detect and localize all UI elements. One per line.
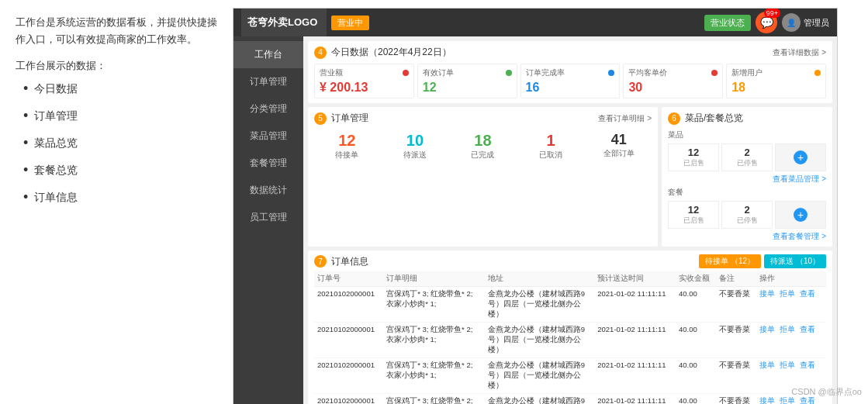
action-accept[interactable]: 接单 bbox=[759, 396, 775, 404]
cell-note: 不要香菜 bbox=[716, 394, 756, 405]
set-active-num: 12 bbox=[672, 204, 715, 216]
sidebar-item-workbench[interactable]: 工作台 bbox=[233, 41, 303, 68]
order-info-title: 订单信息 bbox=[331, 255, 368, 268]
col-time: 预计送达时间 bbox=[594, 271, 676, 287]
today-header: 4 今日数据（2022年4月22日） 查看详细数据 > bbox=[314, 46, 826, 59]
stat-waiting: 12 待接单 bbox=[314, 129, 380, 164]
order-info-title-area: 7 订单信息 bbox=[314, 255, 368, 268]
sidebar-item-categories[interactable]: 分类管理 bbox=[233, 95, 303, 123]
stat-num: 1 bbox=[520, 133, 583, 148]
action-accept[interactable]: 接单 bbox=[759, 361, 775, 369]
metric-wancheng: 订单完成率 16 bbox=[520, 64, 621, 98]
list-item: 订单管理 bbox=[23, 108, 217, 124]
metric-label: 平均客单价 bbox=[628, 67, 667, 78]
order-tabs: 待接单 （12） 待派送 （10） bbox=[699, 254, 826, 268]
metric-xinyong: 新增用户 18 bbox=[726, 64, 826, 98]
action-reject[interactable]: 拒单 bbox=[780, 289, 795, 298]
cell-time: 2021-01-02 11:11:11 bbox=[594, 394, 676, 405]
stat-label: 已取消 bbox=[520, 150, 583, 161]
tab-pending[interactable]: 待接单 （12） bbox=[699, 254, 761, 268]
cell-detail: 宫保鸡丁* 3; 红烧带鱼* 2; 衣家小炒肉* 1; bbox=[383, 323, 485, 358]
table-row: 20210102000001 宫保鸡丁* 3; 红烧带鱼* 2; 衣家小炒肉* … bbox=[314, 358, 826, 394]
stat-num: 41 bbox=[587, 133, 650, 147]
tab-pending-label: 待接单 bbox=[705, 257, 728, 265]
metric-label-row: 营业额 bbox=[320, 67, 409, 78]
sidebar-item-stats[interactable]: 数据统计 bbox=[233, 177, 303, 204]
action-accept[interactable]: 接单 bbox=[759, 289, 775, 298]
dish-subtitle: 菜品 bbox=[668, 129, 826, 140]
cell-detail: 宫保鸡丁* 3; 红烧带鱼* 2; 衣家小炒肉* 1; bbox=[383, 287, 485, 323]
metric-pingjun: 平均客单价 30 bbox=[623, 64, 723, 98]
metric-value: 12 bbox=[423, 81, 512, 95]
order-mgmt-title: 订单管理 bbox=[331, 112, 368, 125]
avatar: 👤 bbox=[782, 13, 801, 32]
cell-amount: 40.00 bbox=[676, 323, 716, 358]
order-mgmt-link[interactable]: 查看订单明细 > bbox=[598, 113, 652, 124]
set-cell-active: 12 已启售 bbox=[668, 201, 719, 229]
logo-area: 苍穹外卖LOGO bbox=[241, 9, 327, 36]
order-mgmt-header: 5 订单管理 查看订单明细 > bbox=[314, 112, 652, 125]
sidebar-item-staff[interactable]: 员工管理 bbox=[233, 204, 303, 231]
sidebar-item-orders[interactable]: 订单管理 bbox=[233, 68, 303, 95]
today-title-area: 4 今日数据（2022年4月22日） bbox=[314, 46, 451, 59]
metric-dot bbox=[506, 70, 512, 76]
action-view[interactable]: 查看 bbox=[800, 289, 815, 298]
action-reject[interactable]: 拒单 bbox=[780, 325, 795, 333]
tab-dispatch[interactable]: 待派送 （10） bbox=[764, 254, 826, 268]
action-reject[interactable]: 拒单 bbox=[780, 361, 795, 369]
stat-label: 待接单 bbox=[316, 150, 379, 161]
add-dish-btn[interactable]: + bbox=[775, 143, 826, 171]
business-btn[interactable]: 营业状态 bbox=[704, 15, 751, 31]
dish-overview-num: 6 bbox=[668, 112, 680, 125]
cell-amount: 40.00 bbox=[676, 394, 716, 405]
action-view[interactable]: 查看 bbox=[800, 325, 815, 333]
add-set-btn[interactable]: + bbox=[775, 201, 826, 229]
action-accept[interactable]: 接单 bbox=[759, 325, 775, 333]
metric-label-row: 订单完成率 bbox=[526, 67, 615, 78]
stat-num: 12 bbox=[316, 133, 379, 148]
table-row: 20210102000001 宫保鸡丁* 3; 红烧带鱼* 2; 衣家小炒肉* … bbox=[314, 287, 826, 323]
cell-address: 金燕龙办公楼（建材城西路9号）四层（一览楼北侧办公楼） bbox=[485, 358, 594, 394]
table-row: 20210102000001 宫保鸡丁* 3; 红烧带鱼* 2; 衣家小炒肉* … bbox=[314, 323, 826, 358]
left-panel: 工作台是系统运营的数据看板，并提供快捷操作入口，可以有效提高商家的工作效率。 工… bbox=[0, 0, 233, 404]
stat-all: 41 全部订单 bbox=[586, 129, 652, 164]
dish-inactive-num: 2 bbox=[725, 147, 769, 158]
tab-dispatch-count: 10 bbox=[804, 257, 812, 265]
action-view[interactable]: 查看 bbox=[800, 361, 815, 369]
set-mgmt-link[interactable]: 查看套餐管理 > bbox=[773, 232, 826, 240]
metric-dot bbox=[608, 70, 614, 76]
admin-name: 管理员 bbox=[804, 17, 829, 29]
chat-badge: 99+ bbox=[764, 9, 780, 18]
cell-amount: 40.00 bbox=[676, 358, 716, 394]
today-detail-link[interactable]: 查看详细数据 > bbox=[773, 47, 826, 58]
col-amount: 实收金额 bbox=[676, 271, 716, 287]
cell-note: 不要香菜 bbox=[716, 323, 756, 358]
middle-row: 5 订单管理 查看订单明细 > 12 待接单 bbox=[308, 107, 832, 247]
order-mgmt-num: 5 bbox=[314, 112, 327, 125]
stat-label: 全部订单 bbox=[587, 148, 650, 159]
col-address: 地址 bbox=[485, 271, 594, 287]
list-item: 订单信息 bbox=[23, 189, 217, 205]
list-item: 今日数据 bbox=[23, 81, 217, 97]
metric-label: 新增用户 bbox=[731, 67, 763, 78]
sidebar-item-dishes[interactable]: 菜品管理 bbox=[233, 123, 303, 150]
cell-amount: 40.00 bbox=[676, 287, 716, 323]
top-bar: 苍穹外卖LOGO 营业中 营业状态 💬 99+ 👤 管理员 bbox=[233, 9, 837, 36]
metric-label-row: 新增用户 bbox=[731, 67, 821, 78]
metric-yingye: 营业额 ¥ 200.13 bbox=[314, 64, 414, 98]
watermark: CSDN @临界点oo bbox=[791, 386, 862, 398]
sidebar-item-combos[interactable]: 套餐管理 bbox=[233, 150, 303, 177]
dish-mgmt-link[interactable]: 查看菜品管理 > bbox=[773, 174, 826, 183]
col-note: 备注 bbox=[716, 271, 756, 287]
cell-id: 20210102000001 bbox=[314, 287, 383, 323]
cell-time: 2021-01-02 11:11:11 bbox=[594, 287, 676, 323]
order-info-section: 7 订单信息 待接单 （12） 待派送 （10） bbox=[308, 250, 832, 404]
today-num: 4 bbox=[314, 47, 327, 59]
metric-label: 营业额 bbox=[320, 67, 343, 78]
dish-overview-title-area: 6 菜品/套餐总览 bbox=[668, 112, 743, 125]
metric-value: 16 bbox=[526, 81, 615, 95]
order-table: 订单号 订单明细 地址 预计送达时间 实收金额 备注 操作 bbox=[314, 271, 826, 404]
chat-icon[interactable]: 💬 99+ bbox=[756, 12, 777, 33]
order-mgmt-title-area: 5 订单管理 bbox=[314, 112, 368, 125]
stat-label: 待派送 bbox=[384, 150, 447, 161]
